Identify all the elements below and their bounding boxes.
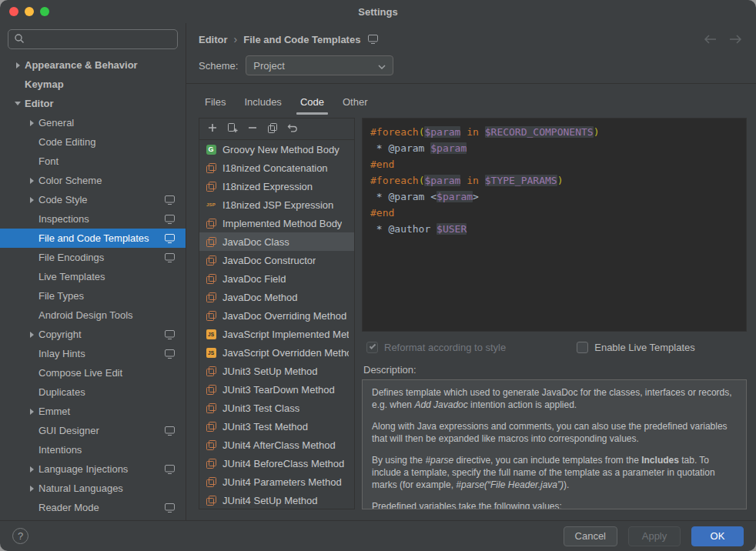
list-item-junit3-test-class[interactable]: JUnit3 Test Class bbox=[199, 399, 354, 417]
sidebar-item-label: Duplicates bbox=[38, 386, 85, 398]
sidebar-item-copyright[interactable]: Copyright bbox=[0, 325, 186, 344]
chevron-right-icon[interactable] bbox=[11, 62, 25, 68]
code-token: $param bbox=[430, 142, 467, 154]
code-token: in bbox=[467, 126, 479, 138]
list-item-implemented-method-body[interactable]: Implemented Method Body bbox=[199, 214, 354, 232]
help-button[interactable]: ? bbox=[12, 528, 28, 544]
settings-search-box[interactable] bbox=[8, 29, 178, 49]
template-file-icon bbox=[205, 459, 217, 469]
sidebar-item-android-design-tools[interactable]: Android Design Tools bbox=[0, 306, 186, 325]
remove-template-button[interactable] bbox=[243, 121, 261, 138]
code-token: ) bbox=[594, 126, 600, 138]
sidebar-item-appearance-behavior[interactable]: Appearance & Behavior bbox=[0, 55, 186, 75]
list-item-junit4-setup-method[interactable]: JUnit4 SetUp Method bbox=[199, 491, 354, 509]
apply-button[interactable]: Apply bbox=[628, 526, 681, 546]
tab-other[interactable]: Other bbox=[333, 89, 377, 116]
list-item-groovy-new-method-body[interactable]: GGroovy New Method Body bbox=[199, 140, 354, 159]
copy-template-button[interactable] bbox=[263, 121, 281, 138]
reset-to-default-button[interactable] bbox=[283, 121, 301, 138]
list-item-javascript-implemented-met[interactable]: JSJavaScript Implemented Met bbox=[199, 325, 354, 343]
description-text: #parse bbox=[425, 455, 453, 466]
code-line: #foreach($param in $TYPE_PARAMS) bbox=[370, 172, 738, 189]
list-toolbar bbox=[199, 119, 354, 140]
zoom-window-button[interactable] bbox=[40, 7, 49, 16]
list-item-javadoc-method[interactable]: JavaDoc Method bbox=[199, 288, 354, 306]
sidebar-item-label: Inlay Hints bbox=[38, 348, 85, 359]
sidebar-item-gui-designer[interactable]: GUI Designer bbox=[0, 421, 186, 440]
description-box[interactable]: Defines template which used to generate … bbox=[362, 379, 747, 509]
template-name: I18nized Expression bbox=[222, 181, 313, 192]
chevron-right-icon[interactable] bbox=[25, 197, 38, 203]
sidebar-item-label: Appearance & Behavior bbox=[25, 59, 138, 71]
enable-live-templates-checkbox[interactable]: Enable Live Templates bbox=[577, 342, 695, 353]
list-item-junit3-test-method[interactable]: JUnit3 Test Method bbox=[199, 417, 354, 436]
chevron-right-icon[interactable] bbox=[25, 409, 38, 415]
sidebar-item-editor[interactable]: Editor bbox=[0, 94, 186, 113]
window-title: Settings bbox=[358, 6, 397, 18]
sidebar-item-compose-live-edit[interactable]: Compose Live Edit bbox=[0, 363, 186, 382]
tab-files[interactable]: Files bbox=[196, 89, 235, 116]
list-item-javadoc-constructor[interactable]: JavaDoc Constructor bbox=[199, 251, 354, 269]
screen-icon bbox=[165, 465, 175, 474]
list-item-javadoc-overriding-method[interactable]: JavaDoc Overriding Method bbox=[199, 306, 354, 325]
list-item-javascript-overridden-metho[interactable]: JSJavaScript Overridden Metho bbox=[199, 343, 354, 362]
sidebar-item-file-types[interactable]: File Types bbox=[0, 286, 186, 306]
cancel-button[interactable]: Cancel bbox=[564, 526, 617, 546]
sidebar-item-reader-mode[interactable]: Reader Mode bbox=[0, 498, 186, 517]
ok-button[interactable]: OK bbox=[691, 526, 744, 546]
list-item-javadoc-class[interactable]: JavaDoc Class bbox=[199, 232, 354, 251]
chevron-right-icon[interactable] bbox=[25, 332, 38, 338]
template-file-icon bbox=[205, 292, 217, 302]
sidebar-item-natural-languages[interactable]: Natural Languages bbox=[0, 479, 186, 498]
breadcrumb-editor[interactable]: Editor bbox=[199, 34, 228, 45]
tab-label: Other bbox=[343, 96, 368, 108]
chevron-down-icon bbox=[378, 60, 386, 72]
forward-button[interactable] bbox=[729, 35, 742, 44]
scheme-select[interactable]: Project bbox=[246, 55, 393, 75]
sidebar-item-inspections[interactable]: Inspections bbox=[0, 209, 186, 229]
list-item-junit3-setup-method[interactable]: JUnit3 SetUp Method bbox=[199, 362, 354, 380]
sidebar-item-inlay-hints[interactable]: Inlay Hints bbox=[0, 344, 186, 363]
back-button[interactable] bbox=[704, 35, 717, 44]
list-item-junit4-beforeclass-method[interactable]: JUnit4 BeforeClass Method bbox=[199, 454, 354, 473]
chevron-right-icon[interactable] bbox=[25, 486, 38, 492]
template-name: JUnit3 SetUp Method bbox=[222, 366, 318, 377]
list-item-junit4-afterclass-method[interactable]: JUnit4 AfterClass Method bbox=[199, 436, 354, 454]
sidebar-item-emmet[interactable]: Emmet bbox=[0, 402, 186, 421]
sidebar-item-font[interactable]: Font bbox=[0, 152, 186, 171]
create-pattern-button[interactable] bbox=[223, 121, 241, 138]
list-item-junit3-teardown-method[interactable]: JUnit3 TearDown Method bbox=[199, 380, 354, 399]
search-input[interactable] bbox=[28, 34, 172, 45]
scheme-label: Scheme: bbox=[199, 60, 238, 72]
close-window-button[interactable] bbox=[9, 7, 18, 16]
list-item-junit4-parameters-method[interactable]: JUnit4 Parameters Method bbox=[199, 473, 354, 491]
sidebar-item-code-style[interactable]: Code Style bbox=[0, 190, 186, 209]
tab-code[interactable]: Code bbox=[291, 89, 333, 116]
tab-includes[interactable]: Includes bbox=[235, 89, 290, 116]
list-item-javadoc-field[interactable]: JavaDoc Field bbox=[199, 269, 354, 288]
code-line: #foreach($param in $RECORD_COMPONENTS) bbox=[370, 124, 738, 140]
sidebar-item-code-editing[interactable]: Code Editing bbox=[0, 132, 186, 152]
sidebar-item-intentions[interactable]: Intentions bbox=[0, 440, 186, 459]
chevron-down-icon[interactable] bbox=[11, 102, 25, 105]
chevron-right-icon[interactable] bbox=[25, 120, 38, 126]
description-paragraph: Along with Java expressions and comments… bbox=[372, 420, 737, 445]
sidebar-item-duplicates[interactable]: Duplicates bbox=[0, 382, 186, 402]
sidebar-item-label: Intentions bbox=[38, 444, 82, 456]
chevron-right-icon[interactable] bbox=[25, 466, 38, 473]
list-item-i18nized-concatenation[interactable]: I18nized Concatenation bbox=[199, 159, 354, 177]
template-file-icon bbox=[205, 403, 217, 413]
list-item-i18nized-expression[interactable]: I18nized Expression bbox=[199, 177, 354, 195]
sidebar-item-language-injections[interactable]: Language Injections bbox=[0, 459, 186, 479]
sidebar-item-general[interactable]: General bbox=[0, 113, 186, 132]
sidebar-item-file-and-code-templates[interactable]: File and Code Templates bbox=[0, 229, 186, 248]
sidebar-item-file-encodings[interactable]: File Encodings bbox=[0, 248, 186, 267]
minimize-window-button[interactable] bbox=[25, 7, 34, 16]
sidebar-item-color-scheme[interactable]: Color Scheme bbox=[0, 171, 186, 190]
sidebar-item-live-templates[interactable]: Live Templates bbox=[0, 267, 186, 286]
add-template-button[interactable] bbox=[203, 121, 221, 138]
template-editor[interactable]: #foreach($param in $RECORD_COMPONENTS) *… bbox=[362, 118, 747, 332]
chevron-right-icon[interactable] bbox=[25, 178, 38, 184]
list-item-i18nized-jsp-expression[interactable]: JSPI18nized JSP Expression bbox=[199, 195, 354, 214]
sidebar-item-keymap[interactable]: Keymap bbox=[0, 75, 186, 94]
